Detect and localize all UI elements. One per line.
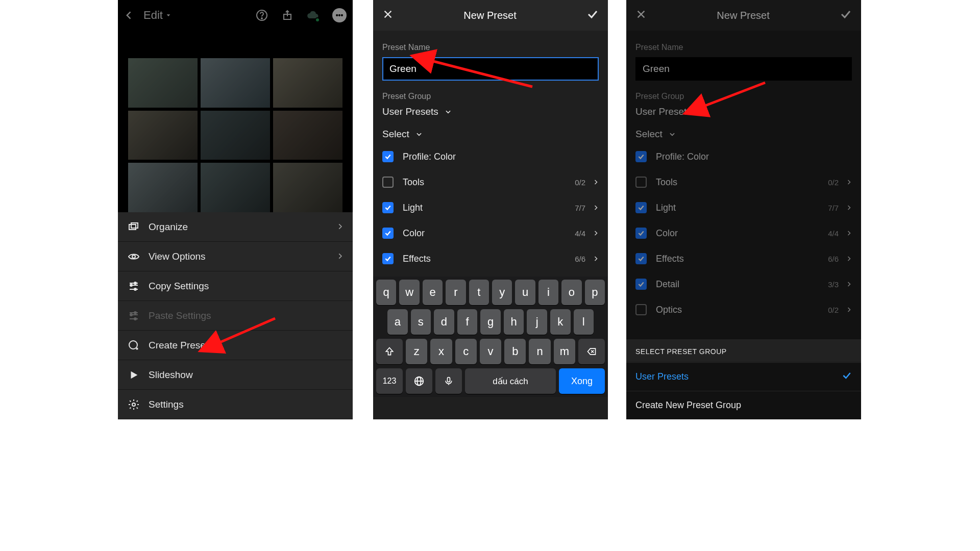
checkbox-checked-icon[interactable] — [382, 253, 394, 264]
photo-thumb[interactable] — [201, 58, 270, 108]
space-key[interactable]: dấu cách — [465, 368, 556, 394]
checkbox-checked-icon[interactable] — [382, 202, 394, 213]
preset-name-input[interactable] — [382, 57, 599, 81]
photo-thumb[interactable] — [273, 111, 342, 160]
option-effects[interactable]: Effects 6/6 — [382, 246, 599, 271]
mode-label: Edit — [143, 9, 163, 22]
share-icon[interactable] — [281, 9, 293, 21]
sheet-option-create-new-group[interactable]: Create New Preset Group — [626, 391, 861, 419]
back-icon[interactable] — [124, 10, 134, 20]
letter-key[interactable]: o — [561, 280, 581, 305]
option-detail[interactable]: Detail 3/3 — [635, 271, 852, 297]
more-icon[interactable]: ••• — [332, 8, 347, 22]
help-icon[interactable] — [256, 9, 268, 21]
letter-key[interactable]: s — [411, 309, 431, 335]
letter-key[interactable]: i — [538, 280, 558, 305]
keyboard-row: qwertyuiop — [376, 280, 605, 305]
photo-thumb[interactable] — [201, 111, 270, 160]
svg-rect-5 — [129, 224, 136, 230]
letter-key[interactable]: z — [406, 339, 427, 364]
preset-group-dropdown[interactable]: User Presets — [382, 106, 599, 117]
photo-thumb[interactable] — [201, 163, 270, 212]
option-effects[interactable]: Effects 6/6 — [635, 246, 852, 271]
backspace-key[interactable] — [578, 339, 605, 364]
letter-key[interactable]: c — [455, 339, 477, 364]
letter-key[interactable]: t — [469, 280, 489, 305]
confirm-icon[interactable] — [586, 8, 599, 22]
checkbox-checked-icon[interactable] — [635, 202, 647, 213]
letter-key[interactable]: w — [399, 280, 419, 305]
letter-key[interactable]: p — [585, 280, 605, 305]
photo-thumb[interactable] — [273, 163, 342, 212]
letter-key[interactable]: u — [515, 280, 535, 305]
photo-thumb[interactable] — [128, 111, 198, 160]
select-all-dropdown[interactable]: Select — [635, 129, 852, 140]
letter-key[interactable]: q — [376, 280, 396, 305]
mic-key[interactable] — [435, 368, 462, 394]
letter-key[interactable]: g — [480, 309, 501, 335]
confirm-icon[interactable] — [840, 8, 852, 22]
menu-slideshow[interactable]: Slideshow — [118, 360, 353, 390]
checkbox-unchecked-icon[interactable] — [382, 177, 394, 188]
option-color[interactable]: Color 4/4 — [382, 220, 599, 246]
checkbox-unchecked-icon[interactable] — [635, 304, 647, 315]
menu-organize[interactable]: Organize — [118, 212, 353, 242]
select-label: Select — [635, 129, 663, 140]
photo-thumb[interactable] — [273, 58, 342, 108]
select-all-dropdown[interactable]: Select — [382, 129, 599, 140]
shift-key[interactable] — [376, 339, 403, 364]
checkbox-checked-icon[interactable] — [635, 253, 647, 264]
checkbox-unchecked-icon[interactable] — [635, 177, 647, 188]
preset-name-label: Preset Name — [382, 43, 599, 52]
done-key[interactable]: Xong — [559, 368, 605, 394]
menu-copy-settings[interactable]: Copy Settings — [118, 271, 353, 301]
cloud-sync-icon[interactable] — [307, 9, 319, 21]
letter-key[interactable]: j — [527, 309, 547, 335]
letter-key[interactable]: l — [574, 309, 594, 335]
option-profile[interactable]: Profile: Color — [635, 144, 852, 169]
checkbox-checked-icon[interactable] — [382, 151, 394, 162]
letter-key[interactable]: n — [529, 339, 550, 364]
option-light[interactable]: Light 7/7 — [635, 195, 852, 220]
letter-key[interactable]: k — [550, 309, 571, 335]
option-color[interactable]: Color 4/4 — [635, 220, 852, 246]
option-tools[interactable]: Tools 0/2 — [635, 169, 852, 195]
letter-key[interactable]: a — [387, 309, 408, 335]
globe-key[interactable] — [406, 368, 432, 394]
option-profile[interactable]: Profile: Color — [382, 144, 599, 169]
close-icon[interactable] — [635, 9, 647, 22]
letter-key[interactable]: e — [423, 280, 443, 305]
preset-group-dropdown[interactable]: User Presets — [635, 106, 852, 117]
mode-dropdown[interactable]: Edit — [143, 9, 171, 22]
letter-key[interactable]: x — [430, 339, 452, 364]
letter-key[interactable]: y — [492, 280, 512, 305]
close-icon[interactable] — [382, 9, 394, 22]
preset-name-input[interactable] — [635, 57, 852, 81]
menu-create-preset[interactable]: Create Preset — [118, 331, 353, 360]
checkbox-checked-icon[interactable] — [635, 151, 647, 162]
photo-thumb[interactable] — [128, 163, 198, 212]
photo-thumb[interactable] — [128, 58, 198, 108]
preset-group-value: User Presets — [382, 106, 438, 117]
option-tools[interactable]: Tools 0/2 — [382, 169, 599, 195]
option-optics[interactable]: Optics 0/2 — [635, 297, 852, 322]
checkbox-checked-icon[interactable] — [635, 279, 647, 290]
option-label: Detail — [656, 279, 679, 290]
letter-key[interactable]: r — [446, 280, 465, 305]
letter-key[interactable]: f — [457, 309, 478, 335]
menu-settings[interactable]: Settings — [118, 390, 353, 419]
option-count: 4/4 — [828, 229, 839, 238]
letter-key[interactable]: m — [554, 339, 575, 364]
letter-key[interactable]: b — [504, 339, 526, 364]
letter-key[interactable]: d — [434, 309, 454, 335]
option-label: Color — [403, 228, 425, 239]
option-light[interactable]: Light 7/7 — [382, 195, 599, 220]
mode-key[interactable]: 123 — [376, 368, 403, 394]
sheet-option-user-presets[interactable]: User Presets — [626, 362, 861, 391]
letter-key[interactable]: v — [480, 339, 501, 364]
menu-view-options[interactable]: View Options — [118, 242, 353, 271]
chevron-right-icon — [593, 228, 599, 239]
letter-key[interactable]: h — [504, 309, 524, 335]
checkbox-checked-icon[interactable] — [382, 228, 394, 239]
checkbox-checked-icon[interactable] — [635, 228, 647, 239]
